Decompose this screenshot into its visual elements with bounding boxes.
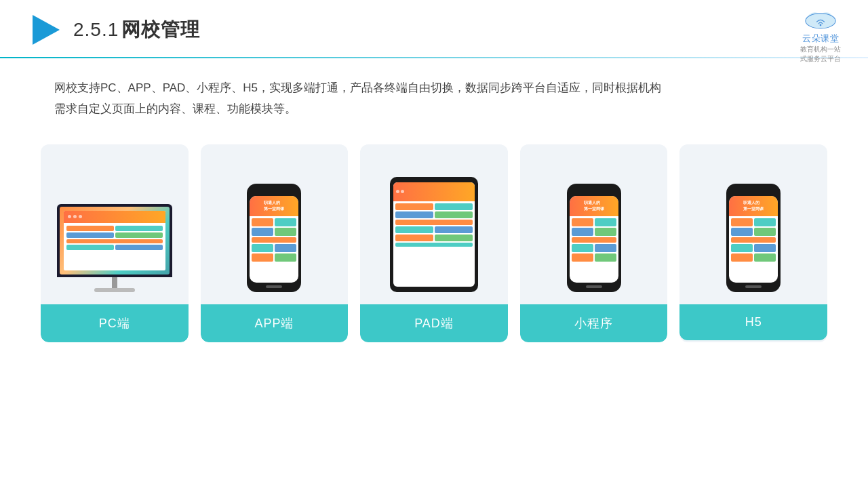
h5-phone: 职通人的第一堂网课 xyxy=(726,184,781,292)
card-miniprogram-label: 小程序 xyxy=(520,304,668,342)
card-miniprogram: 职通人的第一堂网课 xyxy=(520,144,668,342)
card-pad: PAD端 xyxy=(360,144,508,342)
description-line1: 网校支持PC、APP、PAD、小程序、H5，实现多端打通，产品各终端自由切换，数… xyxy=(54,77,814,98)
app-logo-icon xyxy=(27,12,62,47)
svg-marker-0 xyxy=(33,15,60,45)
card-pad-label: PAD端 xyxy=(360,304,508,342)
description-block: 网校支持PC、APP、PAD、小程序、H5，实现多端打通，产品各终端自由切换，数… xyxy=(0,58,868,120)
miniprogram-image-area: 职通人的第一堂网课 xyxy=(520,157,668,292)
brand-tagline-text: 教育机构一站式服务云平台 xyxy=(800,45,841,64)
app-image-area: 职通人的第一堂网课 xyxy=(201,157,349,292)
header: 2.5.1网校管理 云朵课堂 教育机构一站式服务云平台 xyxy=(0,0,868,47)
brand-logo: 云朵课堂 教育机构一站式服务云平台 xyxy=(800,7,841,64)
description-line2: 需求自定义页面上的内容、课程、功能模块等。 xyxy=(54,98,814,119)
brand-name-text: 云朵课堂 xyxy=(802,33,839,45)
h5-image-area: 职通人的第一堂网课 xyxy=(679,157,827,292)
card-pc: PC端 xyxy=(41,144,189,342)
card-h5-label: H5 xyxy=(679,304,827,340)
brand-cloud-icon xyxy=(802,7,840,31)
pad-image-area xyxy=(360,157,508,292)
card-app: 职通人的第一堂网课 xyxy=(201,144,349,342)
miniprogram-phone: 职通人的第一堂网课 xyxy=(567,184,621,292)
cards-area: PC端 职通人的第一堂网课 xyxy=(0,144,868,342)
card-app-label: APP端 xyxy=(201,304,349,342)
pc-monitor xyxy=(57,204,172,292)
svg-point-5 xyxy=(820,24,822,26)
card-h5: 职通人的第一堂网课 xyxy=(679,144,827,342)
card-pc-label: PC端 xyxy=(41,304,189,342)
pc-image-area xyxy=(41,157,189,292)
page-title: 2.5.1网校管理 xyxy=(73,17,200,43)
app-phone: 职通人的第一堂网课 xyxy=(247,184,301,292)
pad-tablet xyxy=(390,177,478,292)
